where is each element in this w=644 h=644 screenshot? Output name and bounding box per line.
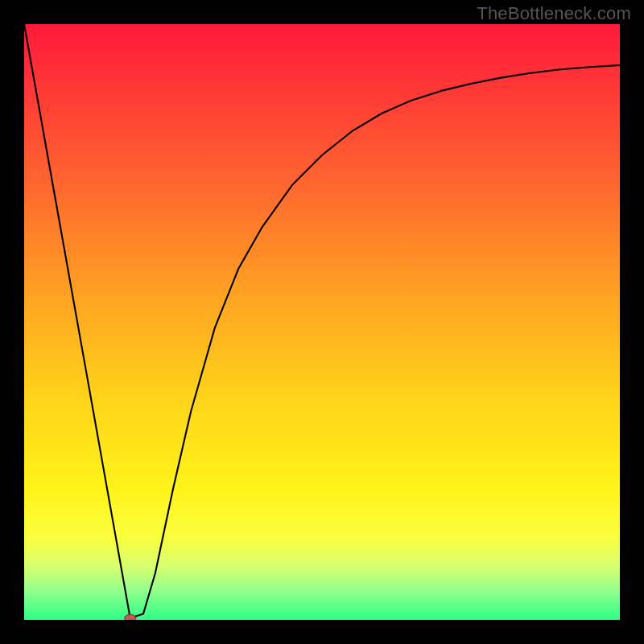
chart-frame: TheBottleneck.com	[0, 0, 644, 644]
gradient-background	[24, 24, 620, 620]
plot-area	[24, 24, 620, 620]
chart-svg	[24, 24, 620, 620]
optimal-marker	[125, 614, 136, 620]
watermark-text: TheBottleneck.com	[477, 3, 631, 24]
